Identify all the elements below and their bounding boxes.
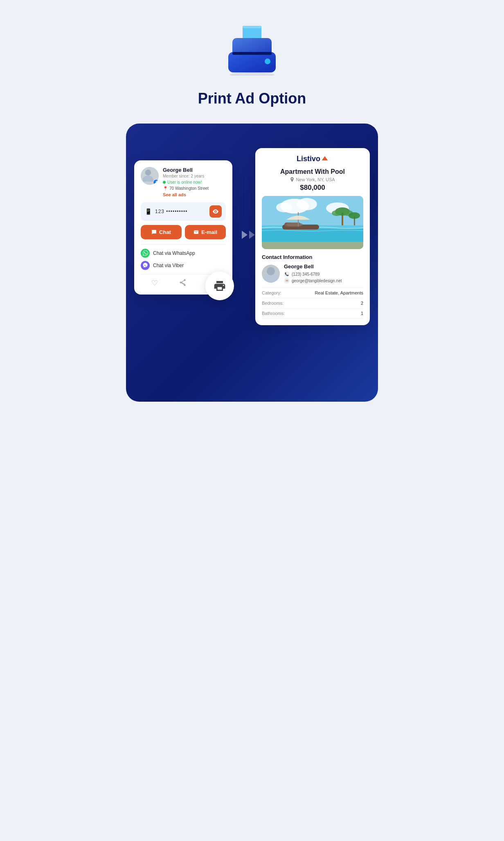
avatar: f <box>141 167 159 185</box>
bottom-section <box>126 418 378 434</box>
detail-label: Bedrooms: <box>262 301 284 306</box>
svg-point-6 <box>230 72 274 76</box>
printer-hero-icon <box>215 16 289 82</box>
whatsapp-label: Chat via WhatsApp <box>153 250 195 256</box>
detail-row: Bathrooms: 1 <box>262 308 363 319</box>
detail-row: Bedrooms: 2 <box>262 298 363 308</box>
contact-phone-icon: 📞 <box>284 271 290 277</box>
phone-row: 📱 123 •••••••••• <box>141 202 226 221</box>
svg-point-13 <box>276 202 292 212</box>
facebook-badge: f <box>153 179 159 185</box>
contact-person: George Bell 📞 (123) 345-6789 ✉ george@ta… <box>262 263 363 283</box>
detail-row: Category: Real Estate, Apartments <box>262 288 363 298</box>
logo-text: Listivo <box>262 155 363 163</box>
user-location: 📍 70 Washington Street <box>163 186 226 191</box>
email-button[interactable]: E-mail <box>185 225 226 239</box>
detail-label: Bathrooms: <box>262 311 285 316</box>
viber-item[interactable]: Chat via Viber <box>141 261 226 270</box>
card-bottom-bar: ♡ <box>141 274 226 288</box>
listivo-logo: Listivo <box>262 155 363 163</box>
contact-email: george@tangibledesign.net <box>292 279 342 283</box>
blue-feature-section: f George Bell Member since: 2 years User… <box>126 124 378 402</box>
arrow-2 <box>249 231 255 239</box>
listing-card: Listivo Apartment With Pool New York, NY… <box>255 148 370 325</box>
phone-icon: 📱 <box>145 208 152 215</box>
svg-point-20 <box>349 212 360 219</box>
top-section: Print Ad Option <box>126 0 378 124</box>
phone-number: 123 •••••••••• <box>155 209 206 214</box>
svg-point-17 <box>332 210 342 216</box>
whatsapp-item[interactable]: Chat via WhatsApp <box>141 249 226 258</box>
page-title: Print Ad Option <box>198 90 306 107</box>
user-info: George Bell Member since: 2 years User i… <box>163 167 226 198</box>
chat-btn-label: Chat <box>159 229 171 235</box>
svg-point-25 <box>286 223 303 227</box>
share-icon[interactable] <box>179 279 187 288</box>
contact-email-icon: ✉ <box>284 278 290 283</box>
svg-point-9 <box>215 211 216 212</box>
online-status: User is online now! <box>163 180 226 184</box>
listing-location: New York, NY, USA <box>262 177 363 182</box>
location-pin-icon: 📍 <box>163 186 168 191</box>
svg-rect-27 <box>262 242 363 249</box>
printer-3d-illustration <box>223 22 281 76</box>
svg-point-5 <box>265 58 270 64</box>
action-buttons: Chat E-mail <box>141 225 226 239</box>
contact-section: Contact Information George Bell 📞 (123) … <box>262 254 363 283</box>
detail-value: 1 <box>361 311 363 316</box>
contact-email-row: ✉ george@tangibledesign.net <box>284 278 363 283</box>
cards-container: f George Bell Member since: 2 years User… <box>134 144 370 325</box>
contact-phone-row: 📞 (123) 345-6789 <box>284 271 363 277</box>
contact-phone: (123) 345-6789 <box>292 272 320 277</box>
online-dot <box>163 181 166 184</box>
location-text: 70 Washington Street <box>169 186 209 191</box>
logo-arrow-icon <box>321 155 328 162</box>
contact-details: George Bell 📞 (123) 345-6789 ✉ george@ta… <box>284 263 363 283</box>
email-btn-label: E-mail <box>201 229 217 235</box>
whatsapp-icon <box>141 249 150 258</box>
user-profile-card: f George Bell Member since: 2 years User… <box>134 160 232 295</box>
arrow-1 <box>242 231 248 239</box>
svg-point-8 <box>143 175 153 182</box>
detail-label: Category: <box>262 290 281 295</box>
heart-icon[interactable]: ♡ <box>151 279 158 288</box>
listing-image <box>262 196 363 249</box>
contact-name: George Bell <box>284 263 363 270</box>
svg-rect-1 <box>243 26 261 28</box>
user-name: George Bell <box>163 167 226 173</box>
member-since: Member since: 2 years <box>163 174 226 178</box>
detail-value: 2 <box>361 301 363 306</box>
reveal-phone-button[interactable] <box>209 205 222 218</box>
viber-icon <box>141 261 150 270</box>
svg-rect-4 <box>232 52 272 55</box>
social-chat-options: Chat via WhatsApp Chat via Viber <box>141 244 226 270</box>
listing-price: $80,000 <box>262 184 363 192</box>
contact-avatar <box>262 265 280 283</box>
viber-label: Chat via Viber <box>153 263 184 268</box>
listing-title: Apartment With Pool <box>262 168 363 175</box>
details-table: Category: Real Estate, Apartments Bedroo… <box>262 288 363 319</box>
contact-section-title: Contact Information <box>262 254 363 260</box>
svg-point-7 <box>145 170 151 176</box>
print-button-circle[interactable] <box>205 272 234 300</box>
detail-value: Real Estate, Apartments <box>315 290 363 295</box>
online-text: User is online now! <box>167 180 202 184</box>
listing-location-text: New York, NY, USA <box>296 177 335 182</box>
chat-button[interactable]: Chat <box>141 225 182 239</box>
logo-name: Listivo <box>297 155 320 163</box>
user-profile-header: f George Bell Member since: 2 years User… <box>141 167 226 198</box>
see-all-ads-link[interactable]: See all ads <box>163 192 186 197</box>
svg-point-12 <box>297 198 317 210</box>
svg-point-29 <box>267 267 275 275</box>
